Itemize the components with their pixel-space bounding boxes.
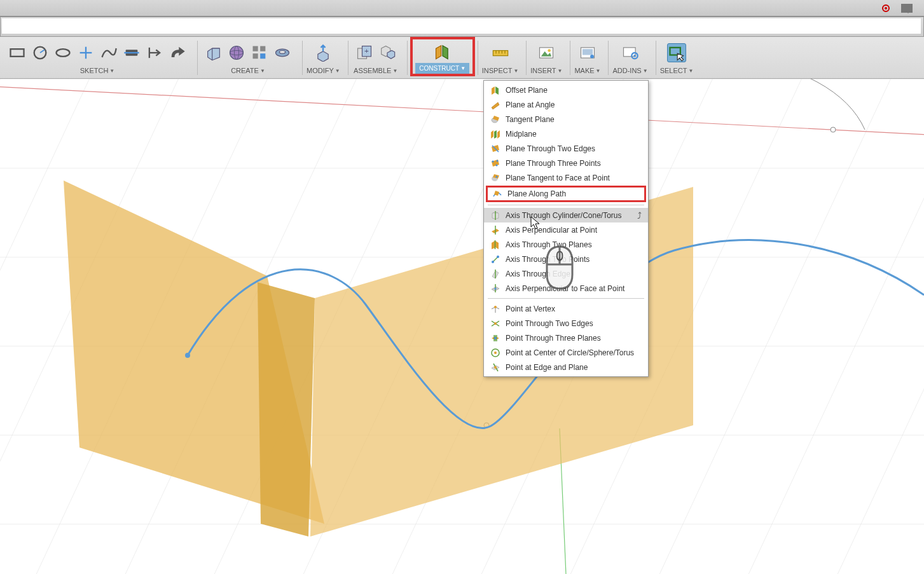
main-toolbar: SKETCH▼ CREATE▼ MODIFY▼ + ASSEMBLE▼ CONS… [0, 37, 924, 79]
viewport-canvas[interactable] [0, 79, 924, 574]
svg-rect-32 [583, 49, 593, 55]
submenu-arrow-icon: ⤴ [637, 210, 642, 221]
spline-tool-icon[interactable] [99, 43, 118, 62]
pattern-icon[interactable] [250, 43, 269, 62]
svg-point-67 [494, 306, 497, 308]
toolbar-separator [570, 41, 570, 75]
toolbar-group-create: CREATE▼ [200, 37, 296, 78]
rectangle-tool-icon[interactable] [8, 43, 27, 62]
menu-separator [488, 205, 644, 205]
toolbar-label-create[interactable]: CREATE▼ [231, 65, 265, 76]
toolbar-label-modify[interactable]: MODIFY▼ [307, 65, 340, 76]
toolbar-separator [197, 41, 198, 75]
extrude-icon[interactable] [204, 43, 223, 62]
point-vertex-icon [490, 304, 500, 314]
toolbar-separator [302, 41, 303, 75]
svg-line-2 [40, 50, 45, 53]
insert-image-icon[interactable] [537, 43, 556, 62]
toolbar-label-construct[interactable]: CONSTRUCT▼ [415, 63, 469, 74]
menu-item-label: Axis Through Cylinder/Cone/Torus [506, 211, 622, 220]
toolbar-label-insert[interactable]: INSERT▼ [530, 65, 562, 76]
menu-item-point-center[interactable]: Point at Center of Circle/Sphere/Torus [484, 345, 648, 360]
svg-point-3 [57, 49, 70, 57]
menu-item-label: Point at Vertex [506, 304, 555, 313]
menu-item-axis-perp-point[interactable]: Axis Perpendicular at Point [484, 222, 648, 237]
presspull-icon[interactable] [314, 43, 333, 62]
menu-item-plane-tangent-face[interactable]: Plane Tangent to Face at Point [484, 170, 648, 185]
toolbar-label-make[interactable]: MAKE▼ [574, 65, 600, 76]
menu-item-tangent-plane[interactable]: Tangent Plane [484, 112, 648, 126]
toolbar-group-construct[interactable]: CONSTRUCT▼ [410, 37, 475, 76]
tangent-plane-icon [490, 114, 500, 125]
menu-item-offset-plane[interactable]: Offset Plane [484, 83, 648, 97]
menu-item-plane-along-path[interactable]: Plane Along Path [486, 186, 646, 202]
svg-rect-15 [253, 53, 258, 58]
addins-icon[interactable] [621, 43, 640, 62]
toolbar-label-inspect[interactable]: INSPECT▼ [482, 65, 519, 76]
menu-item-plane-angle[interactable]: Plane at Angle [484, 97, 648, 112]
svg-point-73 [494, 352, 497, 354]
plane-angle-icon [490, 100, 500, 110]
midplane-icon [490, 129, 500, 139]
title-bar [0, 0, 924, 17]
toolbar-label-sketch[interactable]: SKETCH▼ [80, 65, 115, 76]
menu-item-midplane[interactable]: Midplane [484, 126, 648, 141]
feedback-icon[interactable] [901, 4, 913, 13]
menu-item-label: Plane Along Path [507, 189, 566, 198]
mouse-hint-overlay: 0 [541, 243, 579, 292]
menu-item-label: Plane Tangent to Face at Point [506, 174, 610, 182]
menu-item-axis-cylinder[interactable]: Axis Through Cylinder/Cone/Torus⤴ [484, 208, 648, 222]
torus-icon[interactable] [273, 43, 292, 62]
sphere-icon[interactable] [227, 43, 246, 62]
toolbar-separator [656, 41, 656, 75]
constraint-tool-icon[interactable] [145, 43, 164, 62]
svg-rect-16 [260, 53, 265, 58]
menu-item-label: Point at Edge and Plane [506, 363, 588, 372]
svg-point-46 [185, 353, 190, 358]
svg-point-53 [496, 175, 498, 177]
plane-edges-icon [490, 144, 500, 154]
svg-point-49 [492, 160, 494, 162]
svg-point-59 [492, 261, 494, 263]
record-icon[interactable] [882, 4, 890, 12]
cursor-icon [530, 216, 542, 233]
menu-item-label: Offset Plane [506, 86, 548, 95]
ellipse-tool-icon[interactable] [53, 43, 72, 62]
axis-planes-icon [490, 240, 500, 250]
toolbar-group-modify: MODIFY▼ [305, 37, 341, 78]
menu-item-label: Midplane [506, 130, 537, 139]
toolbar-label-select[interactable]: SELECT▼ [660, 65, 694, 76]
menu-item-point-three-planes[interactable]: Point Through Three Planes [484, 331, 648, 345]
svg-rect-23 [493, 51, 507, 56]
svg-point-40 [831, 127, 836, 132]
component-icon[interactable]: + [355, 43, 374, 62]
svg-point-10 [230, 46, 244, 60]
select-tool-icon[interactable] [667, 43, 686, 62]
search-input[interactable] [2, 18, 921, 34]
joint-icon[interactable] [378, 43, 397, 62]
svg-rect-34 [624, 48, 636, 57]
construct-plane-icon[interactable] [431, 42, 454, 60]
menu-item-point-vertex[interactable]: Point at Vertex [484, 301, 648, 316]
toolbar-separator [526, 41, 527, 75]
menu-item-plane-three-points[interactable]: Plane Through Three Points [484, 156, 648, 170]
toolbar-label-addins[interactable]: ADD-INS▼ [612, 65, 647, 76]
menu-item-label: Plane Through Two Edges [506, 144, 595, 153]
circle-tool-icon[interactable] [31, 43, 50, 62]
toolbar-group-make: MAKE▼ [573, 37, 602, 78]
toolbar-group-addins: ADD-INS▼ [611, 37, 649, 78]
print-icon[interactable] [578, 43, 597, 62]
toolbar-separator [608, 41, 609, 75]
menu-item-plane-two-edges[interactable]: Plane Through Two Edges [484, 141, 648, 156]
point-tool-icon[interactable] [76, 43, 95, 62]
svg-point-50 [497, 160, 499, 161]
dimension-tool-icon[interactable] [122, 43, 141, 62]
toolbar-label-assemble[interactable]: ASSEMBLE▼ [354, 65, 397, 76]
offset-tool-icon[interactable] [168, 43, 187, 62]
menu-item-label: Axis Perpendicular at Point [506, 226, 597, 235]
measure-icon[interactable] [491, 43, 510, 62]
menu-item-point-edge-plane[interactable]: Point at Edge and Plane [484, 360, 648, 374]
svg-point-75 [494, 366, 497, 369]
menu-item-point-two-edges[interactable]: Point Through Two Edges [484, 316, 648, 331]
offset-plane-icon [490, 85, 500, 95]
